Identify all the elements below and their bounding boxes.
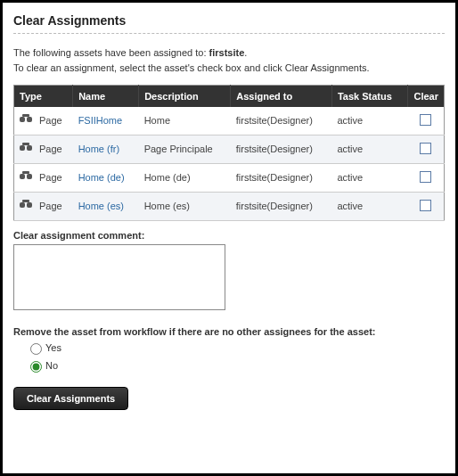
intro-suffix: . bbox=[244, 47, 247, 58]
table-row: Page Home (es) Home (es) firstsite(Desig… bbox=[14, 192, 445, 220]
divider bbox=[13, 33, 445, 34]
asset-name-link[interactable]: Home (fr) bbox=[78, 144, 119, 154]
remove-workflow-label: Remove the asset from workflow if there … bbox=[13, 326, 445, 337]
clear-checkbox[interactable] bbox=[420, 114, 431, 126]
cell-description: Page Principale bbox=[139, 135, 231, 163]
cell-type: Page bbox=[34, 192, 73, 220]
remove-yes-radio[interactable] bbox=[30, 343, 42, 355]
comment-label: Clear assignment comment: bbox=[13, 230, 445, 241]
cell-assigned-to: firstsite(Designer) bbox=[231, 163, 332, 192]
cell-assigned-to: firstsite(Designer) bbox=[231, 135, 332, 163]
cell-type: Page bbox=[34, 107, 73, 135]
clear-checkbox[interactable] bbox=[420, 200, 431, 211]
cell-task-status: active bbox=[331, 163, 408, 192]
cell-type: Page bbox=[34, 135, 73, 163]
table-row: Page Home (de) Home (de) firstsite(Desig… bbox=[14, 163, 445, 192]
cell-assigned-to: firstsite(Designer) bbox=[231, 192, 332, 220]
asset-name-link[interactable]: FSIIHome bbox=[78, 115, 123, 126]
remove-yes-label: Yes bbox=[45, 342, 61, 353]
page-title: Clear Assignments bbox=[13, 13, 445, 28]
asset-name-link[interactable]: Home (de) bbox=[78, 172, 125, 183]
clear-checkbox[interactable] bbox=[420, 171, 431, 183]
cell-task-status: active bbox=[331, 135, 408, 163]
remove-no-label: No bbox=[45, 360, 58, 371]
intro-text: The following assets have been assigned … bbox=[13, 46, 445, 60]
clear-assignments-button[interactable]: Clear Assignments bbox=[13, 387, 128, 410]
col-task-status: Task Status bbox=[331, 85, 408, 107]
col-clear: Clear bbox=[408, 85, 445, 107]
binoculars-icon bbox=[20, 171, 32, 182]
remove-no-radio[interactable] bbox=[30, 361, 42, 373]
col-type: Type bbox=[14, 85, 73, 107]
asset-name-link[interactable]: Home (es) bbox=[78, 201, 124, 211]
comment-input[interactable] bbox=[13, 244, 225, 310]
binoculars-icon bbox=[20, 143, 32, 153]
intro-site: firstsite bbox=[209, 47, 245, 58]
col-assigned-to: Assigned to bbox=[231, 85, 332, 107]
cell-task-status: active bbox=[331, 107, 408, 135]
col-description: Description bbox=[139, 85, 231, 107]
intro-prefix: The following assets have been assigned … bbox=[13, 47, 209, 58]
cell-description: Home (es) bbox=[139, 192, 231, 220]
cell-task-status: active bbox=[331, 192, 408, 220]
binoculars-icon bbox=[20, 200, 32, 210]
col-name: Name bbox=[73, 85, 139, 107]
cell-description: Home bbox=[139, 107, 231, 135]
table-row: Page Home (fr) Page Principale firstsite… bbox=[14, 135, 445, 163]
cell-type: Page bbox=[34, 163, 73, 192]
clear-checkbox[interactable] bbox=[420, 143, 431, 154]
cell-description: Home (de) bbox=[139, 163, 231, 192]
table-row: Page FSIIHome Home firstsite(Designer) a… bbox=[14, 107, 445, 135]
instruction-text: To clear an assignment, select the asset… bbox=[13, 62, 445, 75]
assets-table: Type Name Description Assigned to Task S… bbox=[13, 85, 445, 221]
binoculars-icon bbox=[20, 114, 32, 125]
cell-assigned-to: firstsite(Designer) bbox=[231, 107, 332, 135]
